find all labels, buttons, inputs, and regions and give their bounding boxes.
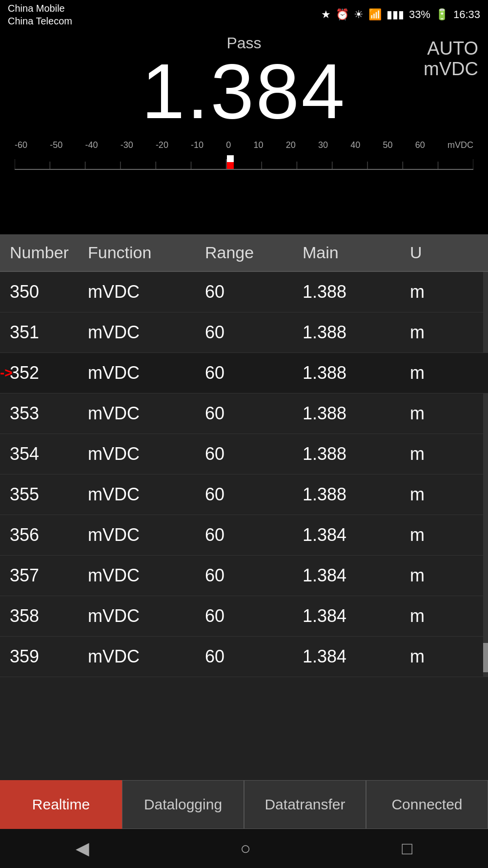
cell-main: 1.388 [303, 322, 410, 343]
cell-range: 60 [205, 484, 303, 505]
cell-function: mVDC [88, 403, 205, 424]
cell-main: 1.388 [303, 282, 410, 302]
cell-range: 60 [205, 444, 303, 464]
scale-neg10: -10 [191, 140, 203, 150]
cell-main: 1.384 [303, 606, 410, 626]
cell-number: 350 [10, 282, 88, 302]
scale-50: 50 [383, 140, 392, 150]
scale-neg20: -20 [156, 140, 168, 150]
cell-u: m [410, 282, 478, 302]
cell-u: m [410, 525, 478, 545]
tab-realtime[interactable]: Realtime [0, 780, 122, 829]
col-header-function: Function [88, 243, 205, 262]
recents-button[interactable]: □ [402, 838, 413, 859]
table-row[interactable]: 357mVDC601.384m [0, 556, 488, 596]
cell-range: 60 [205, 525, 303, 545]
cell-function: mVDC [88, 606, 205, 626]
col-header-range: Range [205, 243, 303, 262]
scale-40: 40 [350, 140, 360, 150]
home-button[interactable]: ○ [240, 838, 251, 859]
back-button[interactable]: ◀ [76, 838, 89, 859]
main-value: 1.384 [10, 52, 478, 130]
col-header-main: Main [303, 243, 410, 262]
bluetooth-icon: ★ [321, 8, 331, 21]
scale-0: 0 [226, 140, 231, 150]
tab-datalogging[interactable]: Datalogging [122, 780, 244, 829]
cell-main: 1.388 [303, 363, 410, 383]
cell-main: 1.388 [303, 484, 410, 505]
col-header-u: U [410, 243, 478, 262]
scale-30: 30 [318, 140, 328, 150]
carrier2: China Telecom [8, 15, 72, 27]
status-bar: China Mobile China Telecom ★ ⏰ ☀ 📶 ▮▮▮ 3… [0, 0, 488, 29]
cell-function: mVDC [88, 565, 205, 586]
cell-main: 1.384 [303, 525, 410, 545]
cell-u: m [410, 322, 478, 343]
mode-label: AUTO [427, 38, 478, 59]
cell-function: mVDC [88, 646, 205, 667]
cell-number: 356 [10, 525, 88, 545]
nav-bar: ◀ ○ □ [0, 829, 488, 868]
cell-number: 358 [10, 606, 88, 626]
cell-u: m [410, 363, 478, 383]
scale-60: 60 [415, 140, 425, 150]
scale-neg40: -40 [85, 140, 98, 150]
table-header: Number Function Range Main U [0, 234, 488, 272]
table-row[interactable]: 353mVDC601.388m [0, 393, 488, 434]
cell-number: 353 [10, 403, 88, 424]
table-row[interactable]: 359mVDC601.384m [0, 637, 488, 677]
cell-number: 357 [10, 565, 88, 586]
cell-main: 1.388 [303, 403, 410, 424]
scale-neg50: -50 [50, 140, 62, 150]
scale-unit: mVDC [447, 140, 473, 150]
cell-function: mVDC [88, 363, 205, 383]
cell-u: m [410, 403, 478, 424]
main-display: Pass 1.384 AUTO mVDC -60 -50 -40 -30 -20… [0, 29, 488, 234]
cell-function: mVDC [88, 525, 205, 545]
scale-marker [227, 155, 234, 169]
table-row[interactable]: 356mVDC601.384m [0, 515, 488, 556]
cell-number: 359 [10, 646, 88, 667]
cell-function: mVDC [88, 444, 205, 464]
cell-range: 60 [205, 282, 303, 302]
cell-function: mVDC [88, 484, 205, 505]
battery-icon: 🔋 [435, 8, 448, 21]
status-icons: ★ ⏰ ☀ 📶 ▮▮▮ 33% 🔋 16:33 [321, 8, 480, 21]
scale-20: 20 [286, 140, 296, 150]
cell-main: 1.388 [303, 444, 410, 464]
wifi-icon: 📶 [368, 8, 382, 21]
table-body: 350mVDC601.388m351mVDC601.388m->352mVDC6… [0, 272, 488, 677]
carrier-info: China Mobile China Telecom [8, 2, 72, 27]
alarm-icon: ⏰ [336, 8, 349, 21]
tab-connected[interactable]: Connected [366, 780, 488, 829]
cell-u: m [410, 565, 478, 586]
battery-percent: 33% [409, 8, 430, 21]
cell-range: 60 [205, 606, 303, 626]
row-arrow-icon: -> [0, 365, 13, 381]
cell-main: 1.384 [303, 646, 410, 667]
table-row[interactable]: 354mVDC601.388m [0, 434, 488, 475]
data-table: Number Function Range Main U 350mVDC601.… [0, 234, 488, 800]
cell-u: m [410, 444, 478, 464]
cell-number: 351 [10, 322, 88, 343]
cell-u: m [410, 646, 478, 667]
time-display: 16:33 [453, 8, 480, 21]
table-row[interactable]: 358mVDC601.384m [0, 596, 488, 637]
cell-range: 60 [205, 646, 303, 667]
eye-icon: ☀ [354, 8, 364, 21]
table-row[interactable]: ->352mVDC601.388m [0, 353, 488, 393]
unit-label: mVDC [424, 59, 478, 80]
scale-neg30: -30 [121, 140, 133, 150]
cell-function: mVDC [88, 322, 205, 343]
cell-u: m [410, 484, 478, 505]
col-header-number: Number [10, 243, 88, 262]
scale-container: -60 -50 -40 -30 -20 -10 0 10 20 30 40 50… [10, 140, 478, 170]
table-row[interactable]: 351mVDC601.388m [0, 312, 488, 353]
table-row[interactable]: 350mVDC601.388m [0, 272, 488, 312]
cell-range: 60 [205, 565, 303, 586]
table-row[interactable]: 355mVDC601.388m [0, 475, 488, 515]
unit-label-text: mVDC [424, 59, 478, 79]
tab-datatransfer[interactable]: Datatransfer [244, 780, 366, 829]
cell-number: 352 [10, 363, 88, 383]
signal-icon: ▮▮▮ [386, 8, 404, 21]
